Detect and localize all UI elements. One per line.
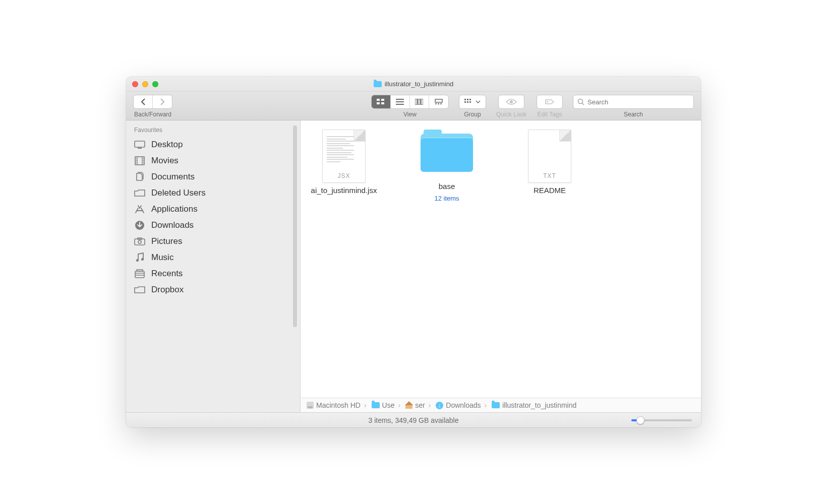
sidebar-item-downloads[interactable]: Downloads [126,217,300,233]
svg-rect-3 [381,102,384,104]
eye-icon [506,98,517,105]
view-label: View [403,111,417,118]
svg-rect-16 [469,99,471,100]
back-forward-seg [133,95,172,109]
svg-rect-13 [440,103,442,104]
path-bar: Macintosh HD › Use › ser › ↓ Downloads › [301,398,701,412]
svg-rect-2 [377,102,380,104]
path-segment[interactable]: illustrator_to_justinmind [492,401,576,409]
sidebar-item-label: Deleted Users [151,188,206,198]
svg-rect-17 [464,101,466,103]
folder-icon [134,285,145,294]
sidebar-heading: Favourites [126,125,300,137]
svg-rect-14 [464,99,466,100]
sidebar-scrollbar[interactable] [293,125,297,327]
chevron-right-icon: › [398,401,401,409]
window-title-text: illustrator_to_justinmind [385,80,454,88]
path-label: illustrator_to_justinmind [502,401,576,409]
svg-rect-11 [435,103,437,104]
sidebar-item-pictures[interactable]: Pictures [126,233,300,249]
file-name: base [439,182,455,192]
sidebar-item-label: Desktop [151,140,183,150]
back-button[interactable] [134,95,153,108]
path-segment[interactable]: ser › [405,401,432,409]
svg-rect-4 [396,99,404,100]
chevron-down-icon [476,100,481,103]
path-segment[interactable]: ↓ Downloads › [436,401,488,409]
group-group: Group [459,95,486,118]
search-field[interactable] [573,95,694,109]
applications-icon [134,205,145,214]
svg-rect-19 [469,101,471,103]
slider-knob[interactable] [636,416,644,424]
list-view-button[interactable] [391,95,410,108]
svg-rect-36 [135,239,145,245]
svg-point-38 [138,240,141,243]
zoom-slider[interactable] [631,419,692,421]
gallery-view-button[interactable] [429,95,448,108]
icon-view-button[interactable] [372,95,391,108]
finder-window: illustrator_to_justinmind Back/Forward [126,77,701,427]
sidebar-item-dropbox[interactable]: Dropbox [126,282,300,298]
path-segment[interactable]: Macintosh HD › [307,401,368,409]
svg-rect-9 [421,99,423,105]
svg-point-20 [510,100,513,103]
sidebar-item-label: Dropbox [151,285,184,295]
svg-line-23 [582,103,584,105]
svg-rect-0 [377,99,380,101]
group-label: Group [464,111,481,118]
disk-icon [307,402,314,409]
quicklook-button[interactable] [498,95,524,109]
sidebar-item-deleted-users[interactable]: Deleted Users [126,185,300,201]
sidebar-item-label: Applications [151,204,198,214]
folder-icon [374,81,382,87]
body: Favourites Desktop Movies Documents [126,120,701,412]
close-icon[interactable] [132,81,138,87]
sidebar-item-music[interactable]: Music [126,249,300,266]
status-text: 3 items, 349,49 GB available [369,416,459,424]
forward-button[interactable] [153,95,172,108]
window-title: illustrator_to_justinmind [126,80,701,88]
file-item-txt[interactable]: TXT README [514,130,585,196]
svg-rect-5 [396,101,404,102]
sidebar-item-label: Pictures [151,236,182,246]
svg-rect-25 [138,148,142,149]
search-label: Search [624,111,643,118]
documents-icon [134,172,145,181]
quicklook-label: Quick Look [496,111,526,118]
sidebar-item-documents[interactable]: Documents [126,169,300,185]
svg-rect-1 [381,99,384,101]
sidebar-item-applications[interactable]: Applications [126,201,300,217]
back-forward-group: Back/Forward [133,95,172,118]
svg-rect-15 [467,99,468,100]
path-label: Use [382,401,395,409]
folder-icon [421,130,473,172]
sidebar-item-desktop[interactable]: Desktop [126,137,300,153]
svg-rect-12 [438,103,439,104]
fullscreen-icon[interactable] [152,81,158,87]
quicklook-group: Quick Look [496,95,526,118]
edittags-button[interactable] [537,95,563,109]
file-item-jsx[interactable]: JSX ai_to_justinmind.jsx [309,130,379,196]
music-icon [134,253,145,262]
file-item-folder[interactable]: base 12 items [411,130,482,202]
group-button[interactable] [459,95,486,109]
search-input[interactable] [587,98,689,106]
tag-icon [544,98,555,105]
path-label: Macintosh HD [316,401,361,409]
view-group: View [371,95,449,118]
pictures-icon [134,237,145,246]
window-controls [132,81,158,87]
path-label: ser [415,401,425,409]
minimize-icon[interactable] [142,81,148,87]
sidebar-item-movies[interactable]: Movies [126,153,300,169]
home-icon [405,402,412,409]
path-segment[interactable]: Use › [372,401,402,409]
column-view-button[interactable] [410,95,429,108]
svg-rect-24 [135,141,145,147]
file-grid[interactable]: JSX ai_to_justinmind.jsx base 12 items [301,120,701,398]
svg-rect-41 [135,271,144,278]
sidebar-item-recents[interactable]: Recents [126,266,300,282]
downloads-icon: ↓ [436,402,443,409]
sidebar-item-label: Documents [151,172,195,182]
